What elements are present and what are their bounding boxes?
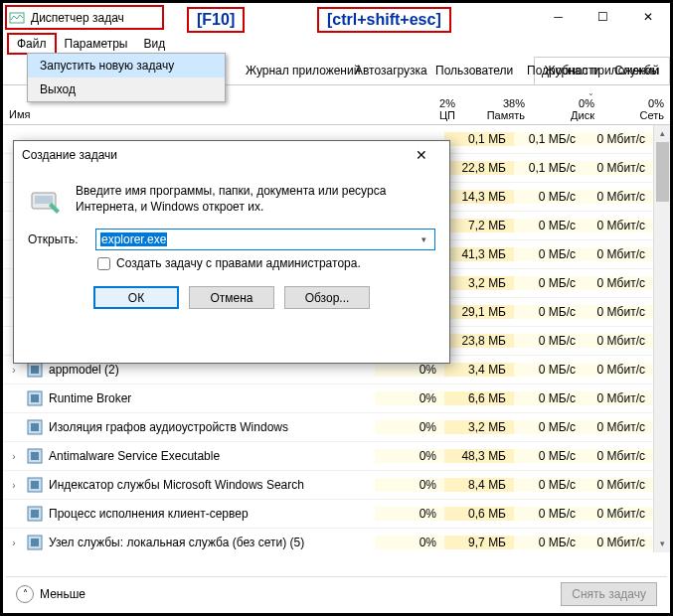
process-name: Индексатор службы Microsoft Windows Sear… xyxy=(49,478,304,492)
open-combobox[interactable]: explorer.exe ▾ xyxy=(95,229,435,250)
cell-memory: 3,4 МБ xyxy=(444,363,514,377)
cell-network: 0 Мбит/с xyxy=(584,190,653,204)
cell-cpu: 0% xyxy=(375,507,444,521)
cell-disk: 0 МБ/с xyxy=(514,536,584,549)
admin-checkbox[interactable] xyxy=(97,257,110,270)
cell-memory: 3,2 МБ xyxy=(444,276,514,290)
col-name[interactable]: Имя xyxy=(3,104,392,124)
cell-disk: 0 МБ/с xyxy=(514,478,584,492)
open-label: Открыть: xyxy=(28,232,87,246)
cell-network: 0 Мбит/с xyxy=(584,334,653,348)
process-icon xyxy=(27,506,43,522)
dialog-hint: Введите имя программы, папки, документа … xyxy=(76,183,435,219)
col-cpu[interactable]: 2%ЦП xyxy=(392,94,461,124)
cell-memory: 48,3 МБ xyxy=(444,449,514,463)
cell-memory: 22,8 МБ xyxy=(444,161,514,175)
menu-new-task[interactable]: Запустить новую задачу xyxy=(28,54,225,77)
cell-memory: 7,2 МБ xyxy=(444,219,514,232)
cell-disk: 0 МБ/с xyxy=(514,363,584,377)
expand-icon[interactable]: › xyxy=(9,451,19,462)
dialog-title: Создание задачи xyxy=(22,148,117,162)
col-disk[interactable]: ⌄0%Диск xyxy=(531,82,600,124)
run-icon xyxy=(28,183,64,219)
cell-cpu: 0% xyxy=(375,449,444,463)
expand-icon[interactable]: › xyxy=(9,365,19,376)
scroll-down[interactable]: ▾ xyxy=(654,536,670,552)
table-row[interactable]: ›Индексатор службы Microsoft Windows Sea… xyxy=(3,471,653,500)
menubar: Файл Параметры Вид xyxy=(3,33,670,55)
cell-network: 0 Мбит/с xyxy=(584,161,653,175)
table-row[interactable]: Процесс исполнения клиент-сервер0%0,6 МБ… xyxy=(3,500,653,529)
table-row[interactable]: Изоляция графов аудиоустройств Windows0%… xyxy=(3,413,653,442)
cell-disk: 0 МБ/с xyxy=(514,507,584,521)
cell-network: 0 Мбит/с xyxy=(584,247,653,261)
cell-cpu: 0% xyxy=(375,420,444,434)
cell-memory: 8,4 МБ xyxy=(444,478,514,492)
cell-cpu: 0% xyxy=(375,391,444,405)
svg-rect-10 xyxy=(31,481,39,489)
svg-rect-4 xyxy=(31,394,39,402)
cell-disk: 0 МБ/с xyxy=(514,305,584,319)
expand-icon[interactable]: › xyxy=(9,480,19,491)
scroll-thumb[interactable] xyxy=(656,142,669,202)
cell-network: 0 Мбит/с xyxy=(584,219,653,232)
process-icon xyxy=(27,362,43,378)
cell-network: 0 Мбит/с xyxy=(584,132,653,146)
cell-disk: 0,1 МБ/с xyxy=(514,132,584,146)
chevron-down-icon[interactable]: ▾ xyxy=(418,234,430,244)
dialog-close-button[interactable]: ✕ xyxy=(402,147,441,163)
process-icon xyxy=(27,390,43,406)
menu-exit[interactable]: Выход xyxy=(28,77,225,101)
end-task-button[interactable]: Снять задачу xyxy=(561,582,657,606)
scroll-up[interactable]: ▴ xyxy=(654,125,670,142)
annotation-f10: [F10] xyxy=(187,7,245,33)
cell-network: 0 Мбит/с xyxy=(584,420,653,434)
menu-view[interactable]: Вид xyxy=(135,35,173,53)
cell-memory: 3,2 МБ xyxy=(444,420,514,434)
fewer-details[interactable]: Меньше xyxy=(40,587,85,601)
tab-details[interactable]: Подробности xyxy=(516,57,611,84)
ok-button[interactable]: ОК xyxy=(93,286,179,309)
process-icon xyxy=(27,448,43,464)
process-icon xyxy=(27,535,43,550)
col-memory[interactable]: 38%Память xyxy=(461,94,531,124)
cell-network: 0 Мбит/с xyxy=(584,363,653,377)
maximize-button[interactable]: ☐ xyxy=(581,3,625,31)
chevron-up-icon[interactable]: ˄ xyxy=(16,585,34,603)
cell-network: 0 Мбит/с xyxy=(584,507,653,521)
browse-button[interactable]: Обзор... xyxy=(284,286,370,309)
cell-network: 0 Мбит/с xyxy=(584,449,653,463)
cell-cpu: 0% xyxy=(375,363,444,377)
col-network[interactable]: 0%Сеть xyxy=(600,94,670,124)
cancel-button[interactable]: Отмена xyxy=(189,286,274,309)
cell-memory: 29,1 МБ xyxy=(444,305,514,319)
footer: ˄ Меньше Снять задачу xyxy=(6,576,667,610)
cell-memory: 6,6 МБ xyxy=(444,391,514,405)
cell-cpu: 0% xyxy=(375,536,444,549)
window-title: Диспетчер задач xyxy=(31,11,124,25)
cell-disk: 0,1 МБ/с xyxy=(514,161,584,175)
tab-services[interactable]: Службы xyxy=(603,57,670,84)
cell-memory: 0,1 МБ xyxy=(444,132,514,146)
cell-network: 0 Мбит/с xyxy=(584,536,653,549)
cell-memory: 0,6 МБ xyxy=(444,507,514,521)
cell-network: 0 Мбит/с xyxy=(584,305,653,319)
annotation-shortcut: [ctrl+shift+esc] xyxy=(317,7,451,33)
svg-rect-16 xyxy=(35,196,53,204)
close-button[interactable]: ✕ xyxy=(625,3,670,31)
tab-users[interactable]: Пользователи xyxy=(424,57,524,84)
menu-options[interactable]: Параметры xyxy=(57,35,136,53)
table-row[interactable]: ›Узел службы: локальная служба (без сети… xyxy=(3,529,653,552)
table-row[interactable]: ›Antimalware Service Executable0%48,3 МБ… xyxy=(3,442,653,471)
cell-memory: 23,8 МБ xyxy=(444,334,514,348)
menu-file[interactable]: Файл xyxy=(7,33,57,55)
expand-icon[interactable]: › xyxy=(9,538,19,548)
admin-label: Создать задачу с правами администратора. xyxy=(116,256,361,270)
taskmgr-icon xyxy=(9,10,25,26)
svg-rect-14 xyxy=(31,539,39,546)
table-row[interactable]: Runtime Broker0%6,6 МБ0 МБ/с0 Мбит/с xyxy=(3,385,653,413)
process-icon xyxy=(27,419,43,435)
cell-memory: 41,3 МБ xyxy=(444,247,514,261)
minimize-button[interactable]: ─ xyxy=(536,3,581,31)
vertical-scrollbar[interactable]: ▴ ▾ xyxy=(653,125,670,552)
